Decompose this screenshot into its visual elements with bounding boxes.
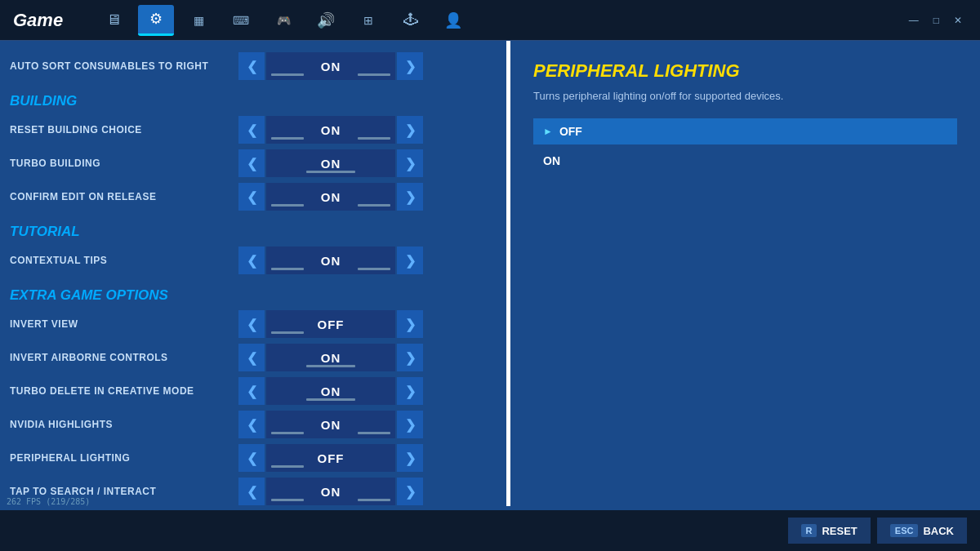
contextual-tips-label: CONTEXTUAL TIPS [10,255,238,266]
turbo-delete-left[interactable]: ❮ [238,377,265,405]
invert-view-right[interactable]: ❯ [397,310,423,338]
tap-search-right[interactable]: ❯ [397,478,423,505]
title-bar: Game 🖥 ⚙ ▦ ⌨ 🎮 🔊 ⊞ 🕹 👤 — □ ✕ [0,0,980,41]
peripheral-lighting-left[interactable]: ❮ [238,444,265,472]
reset-button-label: RESET [822,525,857,537]
tap-search-value: ON [321,485,341,499]
option-on-label: ON [543,154,560,167]
window-title: Game [13,10,63,31]
invert-airborne-right[interactable]: ❯ [397,344,423,371]
peripheral-lighting-control: ❮ OFF ❯ [238,444,423,472]
peripheral-lighting-value: OFF [318,451,345,465]
option-off-label: OFF [559,125,582,138]
nav-display[interactable]: ▦ [180,5,216,36]
reset-building-left[interactable]: ❮ [238,116,265,144]
tap-search-label: TAP TO SEARCH / INTERACT [10,486,238,497]
confirm-edit-control: ❮ ON ❯ [238,183,423,211]
left-panel: AUTO SORT CONSUMABLES TO RIGHT ❮ ON ❯ BU… [0,41,506,551]
option-on[interactable]: ON [533,148,957,174]
ct-bar-left [271,268,304,270]
auto-sort-bar-left [271,73,304,76]
iv-bar-left [271,331,304,334]
setting-turbo-delete: TURBO DELETE IN CREATIVE MODE ❮ ON ❯ [10,375,500,407]
back-button[interactable]: ESC BACK [877,518,967,544]
turbo-delete-control: ❮ ON ❯ [238,377,423,405]
turbo-building-right[interactable]: ❯ [397,149,423,177]
ts-bar-left [271,499,304,501]
detail-title: PERIPHERAL LIGHTING [533,60,957,82]
auto-sort-label: AUTO SORT CONSUMABLES TO RIGHT [10,60,238,72]
tap-search-value-box: ON [266,478,395,505]
ia-bar [306,365,355,367]
turbo-delete-right[interactable]: ❯ [397,377,423,405]
pl-bar-left [271,465,304,468]
nvidia-highlights-label: NVIDIA HIGHLIGHTS [10,419,238,430]
reset-building-right[interactable]: ❯ [397,116,423,144]
invert-view-value-box: OFF [266,310,395,338]
contextual-tips-value-box: ON [266,247,395,274]
peripheral-lighting-right[interactable]: ❯ [397,444,423,472]
setting-invert-view: INVERT VIEW ❮ OFF ❯ [10,309,500,340]
nav-audio[interactable]: 🔊 [308,5,344,36]
settings-scroll-area[interactable]: AUTO SORT CONSUMABLES TO RIGHT ❮ ON ❯ BU… [10,51,506,516]
fps-counter: 262 FPS (219/285) [7,497,90,506]
nvidia-highlights-control: ❮ ON ❯ [238,411,423,438]
turbo-delete-value: ON [321,384,341,398]
confirm-edit-value: ON [321,190,341,204]
setting-turbo-building: TURBO BUILDING ❮ ON ❯ [10,148,500,179]
ce-bar-left [271,204,304,207]
setting-contextual-tips: CONTEXTUAL TIPS ❮ ON ❯ [10,245,500,276]
turbo-delete-value-box: ON [266,377,395,405]
auto-sort-control: ❮ ON ❯ [238,52,423,80]
nav-monitor[interactable]: 🖥 [96,5,131,36]
nav-gear[interactable]: ⚙ [138,5,174,36]
turbo-building-left[interactable]: ❮ [238,149,265,177]
reset-button[interactable]: R RESET [788,518,871,544]
rbc-bar-right [358,137,390,140]
nav-gamepad2[interactable]: 🎮 [265,5,301,36]
nvidia-highlights-right[interactable]: ❯ [397,411,423,438]
section-tutorial: TUTORIAL [10,224,500,240]
maximize-button[interactable]: □ [929,13,944,28]
confirm-edit-left[interactable]: ❮ [238,183,265,211]
setting-reset-building: RESET BUILDING CHOICE ❮ ON ❯ [10,114,500,145]
auto-sort-value: ON [321,60,341,73]
nvidia-highlights-left[interactable]: ❮ [238,411,265,438]
nh-bar-left [271,432,304,434]
setting-nvidia-highlights: NVIDIA HIGHLIGHTS ❮ ON ❯ [10,409,500,440]
option-off-arrow: ► [543,126,553,137]
contextual-tips-control: ❮ ON ❯ [238,247,423,274]
invert-view-left[interactable]: ❮ [238,310,265,338]
invert-airborne-control: ❮ ON ❯ [238,344,423,371]
confirm-edit-label: CONFIRM EDIT ON RELEASE [10,191,238,202]
section-extra-game-options: EXTRA GAME OPTIONS [10,287,500,304]
tap-search-left[interactable]: ❮ [238,478,265,505]
nav-user[interactable]: 👤 [435,5,471,36]
minimize-button[interactable]: — [904,13,924,28]
detail-description: Turns peripheral lighting on/off for sup… [533,90,957,102]
option-off[interactable]: ► OFF [533,118,957,144]
nav-keyboard[interactable]: ⌨ [223,5,259,36]
nh-bar-right [358,432,390,434]
tap-search-control: ❮ ON ❯ [238,478,423,505]
nav-network[interactable]: ⊞ [350,5,386,36]
nav-controller[interactable]: 🕹 [393,5,429,36]
invert-airborne-value: ON [321,351,341,365]
turbo-delete-label: TURBO DELETE IN CREATIVE MODE [10,385,238,397]
contextual-tips-right[interactable]: ❯ [397,247,423,274]
rbc-bar-left [271,137,304,140]
close-button[interactable]: ✕ [949,13,967,28]
contextual-tips-value: ON [321,254,341,268]
invert-airborne-left[interactable]: ❮ [238,344,265,371]
auto-sort-left-arrow[interactable]: ❮ [238,52,265,80]
section-building: BUILDING [10,93,500,109]
setting-auto-sort: AUTO SORT CONSUMABLES TO RIGHT ❮ ON ❯ [10,51,500,82]
confirm-edit-right[interactable]: ❯ [397,183,423,211]
contextual-tips-left[interactable]: ❮ [238,247,265,274]
reset-building-value: ON [321,123,341,137]
auto-sort-right-arrow[interactable]: ❯ [397,52,423,80]
right-panel: PERIPHERAL LIGHTING Turns peripheral lig… [510,41,980,551]
reset-building-control: ❮ ON ❯ [238,116,423,144]
turbo-building-value-box: ON [266,149,395,177]
window-controls: — □ ✕ [904,13,967,28]
